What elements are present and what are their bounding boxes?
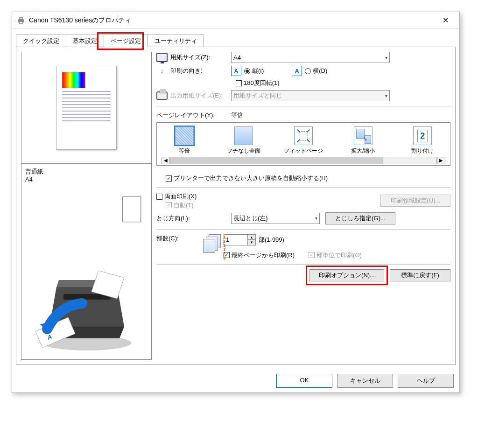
dialog-footer: OK キャンセル ヘルプ: [12, 369, 459, 392]
auto-reduce-checkbox[interactable]: プリンターで出力できない大きい原稿を自動縮小する(H): [166, 174, 328, 182]
preview-paper-type: 普通紙: [25, 168, 148, 176]
page-size-value: A4: [233, 54, 241, 61]
layout-thumb-nup-icon: 2: [413, 126, 432, 145]
checkbox-disabled-checked-icon: [166, 202, 172, 208]
collate-checkbox: 部単位で印刷(O): [309, 251, 362, 259]
layout-caption: 拡大/縮小: [342, 147, 384, 155]
tab-bar: クイック設定 基本設定 ページ設定 ユーティリティ: [16, 35, 456, 47]
rotate-180-checkbox[interactable]: 180度回転(1): [236, 79, 280, 87]
layout-scrollbar[interactable]: ◀ ▶: [162, 157, 445, 164]
orientation-label: 印刷の向き:: [170, 67, 231, 75]
mini-page-icon: [122, 196, 141, 222]
duplex-checkbox[interactable]: 両面印刷(X): [156, 192, 197, 201]
monitor-icon: [156, 53, 168, 62]
duplex-label: 両面印刷(X): [164, 192, 197, 201]
scrollbar-track[interactable]: [170, 157, 437, 164]
tab-quick[interactable]: クイック設定: [16, 35, 66, 47]
printer-small-icon: [156, 91, 168, 100]
copies-spinner[interactable]: ▲ ▼: [224, 234, 256, 245]
orientation-landscape-label: 横(D): [313, 67, 327, 75]
svg-rect-1: [19, 17, 23, 20]
orientation-landscape-radio[interactable]: 横(D): [305, 67, 327, 75]
tab-page[interactable]: ページ設定: [104, 35, 148, 47]
reverse-order-checkbox[interactable]: 最終ページから印刷(R): [224, 251, 295, 259]
binding-margin-button[interactable]: とじしろ指定(G)...: [325, 212, 395, 224]
layout-caption: フィットページ: [282, 147, 324, 155]
page-size-label: 用紙サイズ(Z):: [170, 53, 231, 62]
binding-select[interactable]: 長辺とじ(左) ▾: [231, 213, 320, 224]
collate-label: 部単位で印刷(O): [316, 251, 362, 259]
checkbox-icon: [156, 194, 162, 200]
page-layout-current: 等倍: [231, 111, 243, 119]
settings-column: 用紙サイズ(Z): A4 ▾ ↓ 印刷の向き: A 縦(I) A: [156, 52, 450, 360]
chevron-down-icon: ▾: [315, 216, 317, 221]
layout-item-nup[interactable]: 2 割り付け: [401, 126, 443, 155]
copies-stack-icon: 123123: [203, 234, 221, 254]
page-size-select[interactable]: A4 ▾: [231, 52, 390, 63]
close-button[interactable]: ✕: [436, 16, 455, 25]
layout-thumb-normal-icon: [175, 126, 194, 145]
layout-caption: 等倍: [163, 147, 205, 155]
layout-item-fit[interactable]: フィットページ: [282, 126, 324, 155]
tab-basic[interactable]: 基本設定: [66, 35, 104, 47]
help-button[interactable]: ヘルプ: [398, 374, 454, 388]
rotate-180-label: 180度回転(1): [244, 79, 280, 87]
duplex-auto-checkbox: 自動(T): [166, 201, 194, 210]
radio-icon: [305, 68, 311, 74]
output-size-value: 用紙サイズと同じ: [233, 91, 282, 100]
print-options-button[interactable]: 印刷オプション(N)...: [309, 269, 384, 281]
cancel-button[interactable]: キャンセル: [337, 374, 393, 388]
printer-app-icon: [17, 16, 25, 25]
preview-paper-size: A4: [25, 176, 148, 183]
checkbox-icon: [236, 80, 242, 86]
checkbox-checked-icon: [166, 175, 172, 182]
preview-text-lines: [62, 91, 111, 121]
layout-thumb-fit-icon: [294, 126, 313, 145]
scroll-left-button[interactable]: ◀: [162, 157, 170, 164]
auto-reduce-label: プリンターで出力できない大きい原稿を自動縮小する(H): [174, 174, 328, 182]
chevron-down-icon: ▾: [385, 55, 387, 60]
layout-item-scaled[interactable]: ↘ 拡大/縮小: [342, 126, 384, 155]
ok-button[interactable]: OK: [276, 374, 332, 388]
orientation-portrait-radio[interactable]: 縦(I): [244, 67, 264, 75]
defaults-button[interactable]: 標準に戻す(F): [390, 269, 450, 281]
svg-rect-6: [299, 132, 308, 140]
landscape-a-icon: A: [292, 66, 302, 76]
page-setup-panel: 普通紙 A4 A: [16, 47, 456, 365]
preview-info: 普通紙 A4 A: [21, 164, 152, 360]
window-title: Canon TS6130 seriesのプロパティ: [29, 16, 436, 25]
copies-input[interactable]: [224, 235, 247, 245]
layout-caption: 割り付け: [401, 147, 443, 155]
page-layout-label: ページレイアウト(Y):: [156, 111, 231, 119]
preview-image-icon: [62, 72, 85, 88]
preview-column: 普通紙 A4 A: [21, 52, 152, 360]
reverse-order-label: 最終ページから印刷(R): [232, 251, 295, 259]
output-size-label: 出力用紙サイズ(E):: [170, 91, 231, 100]
radio-checked-icon: [244, 68, 250, 74]
page-preview: [21, 52, 152, 164]
tab-utility[interactable]: ユーティリティ: [148, 35, 204, 47]
svg-rect-2: [19, 21, 23, 24]
spin-down-button[interactable]: ▼: [248, 240, 255, 245]
print-area-button: 印刷領域設定(U)...: [380, 195, 450, 207]
duplex-auto-label: 自動(T): [174, 201, 194, 210]
arrow-down-icon: ↓: [156, 67, 168, 75]
printer-illustration: A: [31, 261, 138, 355]
layout-thumb-borderless-icon: [234, 126, 253, 145]
layout-caption: フチなし全面: [223, 147, 265, 155]
preview-page-icon: [56, 66, 117, 150]
spin-up-button[interactable]: ▲: [248, 235, 255, 240]
page-layout-list: 等倍 フチなし全面 フィットページ: [156, 122, 450, 166]
output-size-select: 用紙サイズと同じ ▾: [231, 90, 390, 101]
copies-label: 部数(C):: [156, 234, 203, 243]
chevron-down-icon: ▾: [385, 93, 387, 98]
binding-label: とじ方向(L):: [156, 214, 231, 223]
layout-item-borderless[interactable]: フチなし全面: [223, 126, 265, 155]
orientation-portrait-label: 縦(I): [252, 67, 264, 75]
scroll-right-button[interactable]: ▶: [437, 157, 445, 164]
checkbox-disabled-checked-icon: [309, 252, 315, 258]
layout-item-normal[interactable]: 等倍: [163, 126, 205, 155]
portrait-a-icon: A: [231, 66, 241, 76]
binding-value: 長辺とじ(左): [233, 214, 268, 223]
titlebar: Canon TS6130 seriesのプロパティ ✕: [12, 12, 459, 29]
